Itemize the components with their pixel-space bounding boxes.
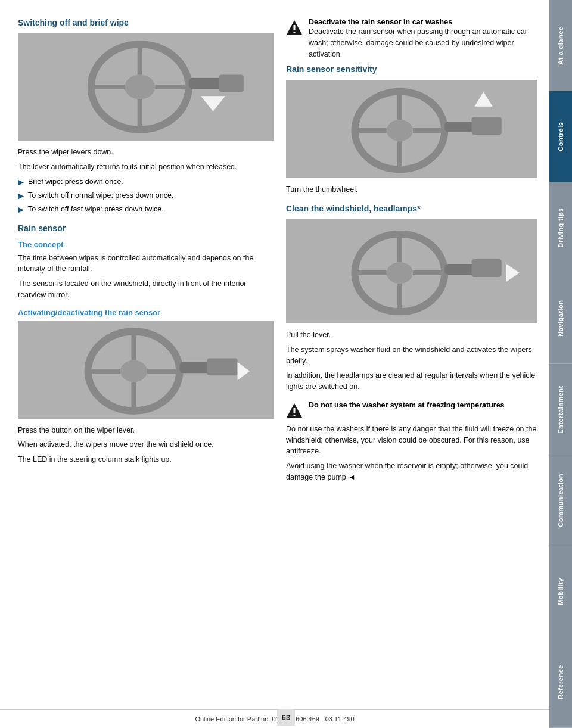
warning-car-wash-body: Deactivate the rain sensor when passing … — [309, 26, 537, 60]
subsection-title-concept: The concept — [18, 240, 274, 249]
warning-freezing: Do not use the washer system at freezing… — [286, 401, 537, 419]
sidebar-label-reference: Reference — [557, 665, 564, 700]
warning-icon-car-wash — [286, 19, 303, 36]
svg-point-25 — [387, 120, 413, 141]
bullet-item-1: ▶ Brief wipe: press down once. — [18, 176, 274, 188]
sidebar-item-communication[interactable]: Communication — [549, 455, 572, 546]
svg-rect-22 — [294, 32, 296, 33]
svg-rect-44 — [294, 408, 296, 413]
text-system-sprays: The system sprays washer fluid on the wi… — [286, 344, 537, 367]
sidebar-label-driving-tips: Driving tips — [557, 208, 564, 248]
warning-car-wash: Deactivate the rain sensor in car washes… — [286, 18, 537, 60]
svg-point-2 — [125, 75, 155, 99]
sidebar-item-entertainment[interactable]: Entertainment — [549, 364, 572, 455]
text-press-wiper: Press the wiper levers down. — [18, 147, 274, 158]
sidebar-item-mobility[interactable]: Mobility — [549, 546, 572, 637]
text-lever-returns: The lever automatically returns to its i… — [18, 161, 274, 173]
sidebar-label-at-a-glance: At a glance — [557, 26, 564, 64]
sidebar-item-controls[interactable]: Controls — [549, 91, 572, 182]
page-number-text: 63 — [282, 713, 290, 722]
text-warning-avoid-washer: Avoid using the washer when the reservoi… — [286, 461, 537, 483]
section-title-rain-sensitivity: Rain sensor sensitivity — [286, 64, 537, 74]
sidebar-label-entertainment: Entertainment — [557, 385, 564, 433]
bullet-text-2: To switch off normal wipe: press down on… — [28, 190, 173, 201]
section-title-switching: Switching off and brief wipe — [18, 18, 274, 27]
bullet-text-1: Brief wipe: press down once. — [28, 176, 123, 188]
sidebar-item-reference[interactable]: Reference — [549, 637, 572, 728]
svg-rect-8 — [219, 75, 244, 92]
svg-rect-31 — [471, 117, 501, 135]
text-warning-freezing-body: Do not use the washers if there is any d… — [286, 424, 537, 457]
text-led: The LED in the steering column stalk lig… — [18, 454, 274, 465]
sidebar-label-navigation: Navigation — [557, 300, 564, 337]
bullet-arrow-1: ▶ — [18, 177, 23, 188]
sidebar-label-controls: Controls — [557, 122, 564, 151]
subsection-title-activate: Activating/deactivating the rain sensor — [18, 308, 274, 317]
warning-icon-freezing — [286, 402, 303, 419]
text-turn-thumbwheel: Turn the thumbwheel. — [286, 184, 537, 195]
svg-rect-21 — [294, 25, 296, 30]
bullet-arrow-3: ▶ — [18, 204, 23, 215]
sidebar-item-driving-tips[interactable]: Driving tips — [549, 182, 572, 273]
svg-rect-18 — [207, 358, 237, 375]
text-when-activated: When activated, the wipers move over the… — [18, 439, 274, 450]
svg-rect-41 — [471, 259, 501, 277]
bullet-text-3: To switch off fast wipe: press down twic… — [28, 204, 164, 215]
bullet-item-2: ▶ To switch off normal wipe: press down … — [18, 190, 274, 201]
text-concept-1: The time between wipes is controlled aut… — [18, 253, 274, 275]
svg-point-12 — [120, 360, 147, 382]
image-rain-sensitivity — [286, 80, 537, 178]
warning-car-wash-content: Deactivate the rain sensor in car washes… — [309, 18, 537, 60]
svg-point-35 — [387, 262, 413, 284]
warning-car-wash-title: Deactivate the rain sensor in car washes — [309, 18, 537, 26]
text-press-button: Press the button on the wiper lever. — [18, 425, 274, 436]
sidebar-item-at-a-glance[interactable]: At a glance — [549, 0, 572, 91]
bullet-arrow-2: ▶ — [18, 191, 23, 201]
text-headlamps-cleaned: In addition, the headlamps are cleaned a… — [286, 370, 537, 393]
sidebar-label-communication: Communication — [557, 474, 564, 527]
footer-text: Online Edition for Part no. 01 40 2 606 … — [195, 715, 354, 723]
warning-freezing-title: Do not use the washer system at freezing… — [309, 401, 505, 409]
text-pull-lever: Pull the lever. — [286, 329, 537, 341]
sidebar-label-mobility: Mobility — [557, 578, 564, 605]
section-title-rain-sensor: Rain sensor — [18, 223, 274, 233]
warning-freezing-content: Do not use the washer system at freezing… — [309, 401, 505, 409]
left-column: Switching off and brief wipe — [18, 18, 274, 704]
section-title-clean: Clean the windshield, headlamps* — [286, 204, 537, 213]
svg-rect-45 — [294, 415, 296, 416]
image-wiper-lever — [18, 33, 274, 141]
text-concept-2: The sensor is located on the windshield,… — [18, 278, 274, 301]
page-number: 63 — [277, 709, 295, 726]
right-column: Deactivate the rain sensor in car washes… — [286, 18, 537, 704]
sidebar: At a glance Controls Driving tips Naviga… — [549, 0, 572, 728]
bullet-item-3: ▶ To switch off fast wipe: press down tw… — [18, 204, 274, 215]
sidebar-item-navigation[interactable]: Navigation — [549, 273, 572, 364]
footer: Online Edition for Part no. 01 40 2 606 … — [0, 709, 549, 728]
image-clean-windshield — [286, 219, 537, 323]
bullet-list-wipe: ▶ Brief wipe: press down once. ▶ To swit… — [18, 176, 274, 215]
image-rain-sensor-activate — [18, 321, 274, 419]
